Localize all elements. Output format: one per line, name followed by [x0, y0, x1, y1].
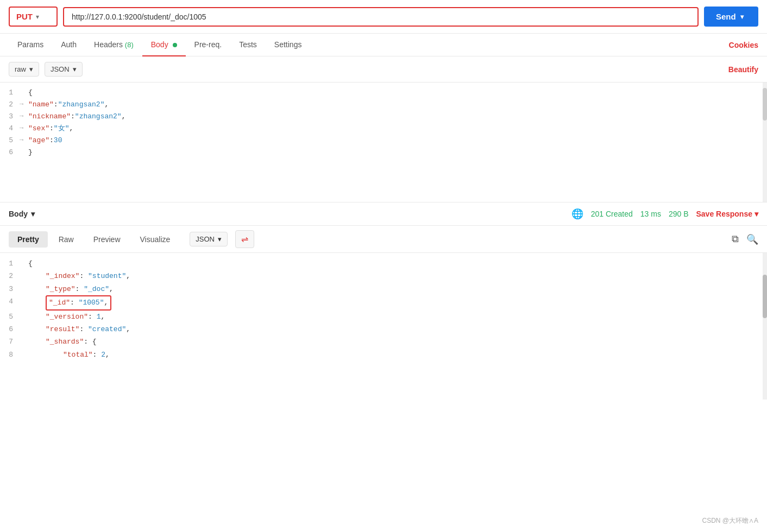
json-label: JSON	[51, 65, 70, 73]
wrap-button[interactable]: ⇌	[235, 230, 254, 248]
raw-chevron-icon: ▾	[29, 65, 33, 73]
body-dot	[173, 43, 177, 47]
resp-line-num-3: 3	[0, 283, 20, 295]
tab-headers[interactable]: Headers (8)	[85, 34, 142, 56]
resp-format-label: JSON	[196, 235, 215, 243]
response-code: 1 { 2 "_index": "student", 3 "_type": "_…	[0, 253, 767, 400]
resp-line-content-1: {	[28, 257, 767, 270]
resp-line-content-2: "_index": "student",	[28, 270, 767, 282]
req-line-5: 5 → "age":30	[0, 135, 767, 147]
method-label: PUT	[16, 12, 33, 21]
copy-icon[interactable]: ⧉	[732, 233, 739, 245]
resp-line-7: 7 "_shards": {	[0, 335, 767, 348]
line-num-1: 1	[0, 87, 20, 99]
resp-line-content-8: "total": 2,	[28, 349, 767, 361]
resp-line-num-7: 7	[0, 335, 20, 348]
request-scrollbar-thumb	[763, 88, 767, 121]
tab-params[interactable]: Params	[9, 34, 52, 56]
line-content-2: "name":"zhangsan2",	[28, 99, 758, 111]
resp-line-content-3: "_type": "_doc",	[28, 283, 767, 295]
line-content-1: {	[28, 87, 758, 99]
line-num-2: 2	[0, 99, 20, 111]
json-dropdown[interactable]: JSON ▾	[45, 62, 83, 77]
resp-line-num-8: 8	[0, 349, 20, 361]
body-options: raw ▾ JSON ▾ Beautify	[0, 56, 767, 83]
response-body-chevron-icon: ▾	[31, 210, 35, 218]
send-chevron-icon: ▾	[740, 13, 744, 21]
tab-settings[interactable]: Settings	[266, 34, 311, 56]
raw-dropdown[interactable]: raw ▾	[9, 62, 39, 77]
resp-tab-visualize[interactable]: Visualize	[131, 231, 179, 248]
save-response-chevron-icon: ▾	[755, 210, 758, 218]
top-bar: PUT ▾ Send ▾	[0, 0, 767, 34]
line-content-6: }	[28, 147, 758, 159]
globe-icon: 🌐	[571, 208, 583, 220]
resp-line-3: 3 "_type": "_doc",	[0, 283, 767, 295]
line-num-6: 6	[0, 147, 20, 159]
line-content-5: "age":30	[28, 135, 758, 147]
response-size: 290 B	[669, 210, 689, 218]
resp-line-content-7: "_shards": {	[28, 335, 767, 348]
req-line-1: 1 {	[0, 87, 767, 99]
request-code-editor: 1 { 2 → "name":"zhangsan2", 3 → "nicknam…	[0, 83, 767, 202]
response-scrollbar[interactable]	[763, 253, 767, 400]
response-bar: Body ▾ 🌐 201 Created 13 ms 290 B Save Re…	[0, 202, 767, 226]
line-num-3: 3	[0, 111, 20, 123]
response-tabs: Pretty Raw Preview Visualize JSON ▾ ⇌ ⧉ …	[0, 226, 767, 253]
req-line-4: 4 → "sex":"女",	[0, 123, 767, 135]
send-label: Send	[716, 12, 736, 21]
line-num-4: 4	[0, 123, 20, 135]
status-badge: 201 Created	[591, 210, 633, 218]
response-body-dropdown[interactable]: Body ▾	[9, 210, 35, 218]
resp-line-num-5: 5	[0, 311, 20, 323]
line-content-4: "sex":"女",	[28, 123, 758, 135]
headers-badge: (8)	[125, 41, 134, 49]
resp-icons: ⧉ 🔍	[732, 233, 758, 245]
cookies-link[interactable]: Cookies	[729, 41, 758, 49]
url-bar[interactable]	[63, 7, 699, 27]
resp-line-num-6: 6	[0, 323, 20, 335]
resp-format-dropdown[interactable]: JSON ▾	[190, 232, 228, 246]
req-line-3: 3 → "nickname":"zhangsan2",	[0, 111, 767, 123]
resp-line-num-1: 1	[0, 257, 20, 270]
send-button[interactable]: Send ▾	[704, 7, 758, 27]
request-code-lines: 1 { 2 → "name":"zhangsan2", 3 → "nicknam…	[0, 83, 767, 202]
resp-line-num-2: 2	[0, 270, 20, 282]
req-line-6: 6 }	[0, 147, 767, 159]
request-tabs: Params Auth Headers (8) Body Pre-req. Te…	[0, 34, 767, 56]
beautify-button[interactable]: Beautify	[728, 65, 758, 74]
method-chevron-icon: ▾	[36, 13, 39, 21]
response-time: 13 ms	[640, 210, 661, 218]
response-body-label: Body	[9, 210, 28, 218]
response-meta: 🌐 201 Created 13 ms 290 B Save Response …	[571, 208, 758, 220]
id-highlight: "_id": "1005",	[46, 295, 111, 310]
resp-line-content-5: "_version": 1,	[28, 311, 767, 323]
resp-line-1: 1 {	[0, 257, 767, 270]
response-code-lines: 1 { 2 "_index": "student", 3 "_type": "_…	[0, 253, 767, 372]
url-input[interactable]	[72, 12, 690, 21]
tab-body[interactable]: Body	[142, 34, 186, 56]
resp-tab-raw[interactable]: Raw	[50, 231, 83, 248]
resp-tab-preview[interactable]: Preview	[85, 231, 129, 248]
search-icon[interactable]: 🔍	[746, 233, 758, 245]
raw-label: raw	[15, 65, 26, 73]
resp-line-2: 2 "_index": "student",	[0, 270, 767, 282]
resp-tab-pretty[interactable]: Pretty	[9, 231, 48, 248]
method-selector[interactable]: PUT ▾	[9, 7, 58, 27]
save-response-label: Save Response	[696, 210, 753, 218]
resp-line-6: 6 "result": "created",	[0, 323, 767, 335]
request-scrollbar[interactable]	[763, 83, 767, 202]
resp-line-num-4: 4	[0, 295, 20, 308]
resp-line-4: 4 "_id": "1005",	[0, 295, 767, 310]
tab-auth[interactable]: Auth	[52, 34, 85, 56]
resp-line-5: 5 "_version": 1,	[0, 311, 767, 323]
tab-prereq[interactable]: Pre-req.	[186, 34, 231, 56]
resp-line-8: 8 "total": 2,	[0, 349, 767, 361]
response-scrollbar-thumb	[763, 275, 767, 318]
tab-tests[interactable]: Tests	[230, 34, 266, 56]
line-num-5: 5	[0, 135, 20, 147]
save-response-button[interactable]: Save Response ▾	[696, 210, 759, 218]
resp-line-content-4: "_id": "1005",	[28, 295, 767, 310]
json-chevron-icon: ▾	[73, 65, 77, 73]
resp-line-content-6: "result": "created",	[28, 323, 767, 335]
